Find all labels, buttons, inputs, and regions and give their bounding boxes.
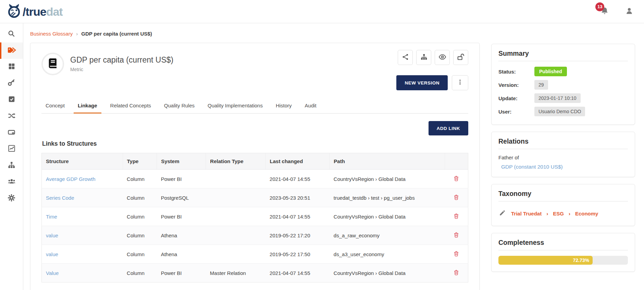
structure-link[interactable]: Value [46, 270, 59, 276]
sidebar-item-systems[interactable] [0, 124, 23, 141]
sidebar-item-users[interactable] [0, 174, 23, 190]
table-row: Time Column Power BI 2021-04-07 14:55 Co… [42, 207, 468, 226]
structure-link[interactable]: Series Code [46, 195, 74, 201]
sidebar-item-analytics[interactable] [0, 141, 23, 157]
col-header-actions [445, 153, 468, 170]
delete-link-button[interactable] [453, 193, 460, 202]
taxonomy-domain-link[interactable]: ESG [553, 211, 564, 216]
links-section-title: Links to Structures [42, 140, 468, 147]
more-actions-button[interactable] [452, 75, 468, 90]
version-label: Version: [498, 82, 534, 88]
shuffle-icon [8, 112, 15, 121]
hierarchy-button[interactable] [416, 50, 431, 65]
book-icon [47, 57, 59, 70]
cell-last-changed: 2021-04-07 14:55 [265, 264, 330, 282]
related-concept-link[interactable]: GDP (constant 2010 US$) [501, 164, 563, 170]
search-icon [8, 30, 15, 39]
brand-logo[interactable]: /truedat [8, 4, 63, 19]
table-row: Series Code Column PostgreSQL 2023-05-23… [42, 188, 468, 207]
trash-icon [453, 175, 459, 182]
tab-quality-rules[interactable]: Quality Rules [160, 99, 199, 113]
table-row: value Column Athena 2019-05-22 17:50 ds_… [42, 245, 468, 264]
col-header-type: Type [123, 153, 157, 170]
completeness-fill: 72.73% [498, 256, 593, 265]
structure-link[interactable]: value [46, 233, 58, 238]
notifications-button[interactable]: 13 [600, 6, 609, 17]
grid-icon [8, 63, 15, 71]
concept-avatar [41, 53, 64, 75]
table-header-row: Structure Type System Relation Type Last… [42, 153, 468, 170]
sitemap-icon [420, 53, 428, 62]
cell-relation-type [206, 188, 265, 207]
concept-tabs: Concept Linkage Related Concepts Quality… [41, 99, 468, 114]
delete-link-button[interactable] [453, 250, 460, 259]
relation-kind-label: Father of [498, 155, 628, 160]
delete-link-button[interactable] [453, 212, 460, 221]
share-button[interactable] [398, 50, 413, 65]
cell-system: Athena [157, 226, 206, 245]
sidebar-item-lineage[interactable] [0, 108, 23, 124]
cell-type: Column [123, 245, 157, 264]
breadcrumb: Business Glossary › GDP per capita (curr… [30, 31, 480, 37]
sidebar-item-quality[interactable] [0, 92, 23, 108]
tab-history[interactable]: History [272, 99, 296, 113]
summary-panel: Summary Status: Published Version: 29 Up… [491, 44, 635, 125]
cell-system: PostgreSQL [157, 188, 206, 207]
table-row: Average GDP Growth Column Power BI 2021-… [42, 170, 468, 188]
owl-logo-icon [8, 4, 21, 19]
taxonomy-domain-link[interactable]: Trial Truedat [511, 211, 542, 216]
cell-relation-type: Master Relation [206, 264, 265, 282]
update-label: Update: [498, 95, 534, 101]
gear-icon [8, 194, 15, 203]
new-version-button[interactable]: NEW VERSION [396, 75, 448, 90]
cell-path: ds_a_raw_economy [330, 226, 445, 245]
delete-link-button[interactable] [453, 268, 460, 277]
taxonomy-panel: Taxonomy Trial Truedat › ESG › Economy [491, 184, 635, 226]
delete-link-button[interactable] [453, 174, 460, 183]
delete-link-button[interactable] [453, 231, 460, 240]
user-label: User: [498, 109, 534, 115]
trash-icon [453, 232, 459, 238]
cell-relation-type [206, 226, 265, 245]
tab-quality-implementations[interactable]: Quality Implementations [203, 99, 267, 113]
watch-button[interactable] [435, 50, 450, 65]
completeness-panel: Completeness 72.73% [491, 233, 635, 272]
tab-concept[interactable]: Concept [41, 99, 69, 113]
links-table: Structure Type System Relation Type Last… [41, 153, 468, 282]
completeness-progress-bar: 72.73% [498, 256, 628, 265]
breadcrumb-business-glossary[interactable]: Business Glossary [30, 31, 73, 37]
sidebar-item-glossary[interactable] [0, 42, 23, 59]
line-chart-icon [8, 145, 15, 154]
structure-link[interactable]: value [46, 251, 58, 257]
tab-audit[interactable]: Audit [301, 99, 321, 113]
structure-link[interactable]: Average GDP Growth [46, 176, 96, 182]
tab-linkage[interactable]: Linkage [74, 99, 101, 114]
cell-last-changed: 2023-05-23 20:51 [265, 188, 330, 207]
concept-card: GDP per capita (current US$) Metric [30, 43, 480, 290]
cell-system: Power BI [157, 207, 206, 226]
relations-panel: Relations Father of GDP (constant 2010 U… [491, 132, 635, 177]
cell-last-changed: 2019-05-22 17:50 [265, 245, 330, 264]
col-header-structure: Structure [42, 153, 123, 170]
sidebar-item-structures[interactable] [0, 157, 23, 174]
edit-taxonomy-button[interactable] [499, 210, 506, 218]
breadcrumb-current: GDP per capita (current US$) [81, 31, 152, 37]
cell-system: Power BI [157, 264, 206, 282]
status-badge: Published [534, 67, 567, 76]
eye-icon [438, 53, 446, 62]
col-header-path: Path [330, 153, 445, 170]
update-badge: 2023-01-17 10:10 [534, 93, 581, 103]
cell-relation-type [206, 170, 265, 188]
cell-last-changed: 2019-05-22 17:20 [265, 226, 330, 245]
sidebar-item-settings[interactable] [0, 190, 23, 207]
unlock-button[interactable] [453, 50, 468, 65]
add-link-button[interactable]: ADD LINK [429, 121, 469, 135]
sidebar-item-dashboards[interactable] [0, 59, 23, 75]
structure-link[interactable]: Time [46, 214, 57, 220]
notifications-count-badge: 13 [595, 2, 604, 11]
tab-related-concepts[interactable]: Related Concepts [106, 99, 155, 113]
user-menu-button[interactable] [625, 6, 634, 17]
sidebar-item-permissions[interactable] [0, 75, 23, 92]
taxonomy-domain-link[interactable]: Economy [575, 211, 598, 216]
sidebar-item-search[interactable] [0, 26, 23, 42]
